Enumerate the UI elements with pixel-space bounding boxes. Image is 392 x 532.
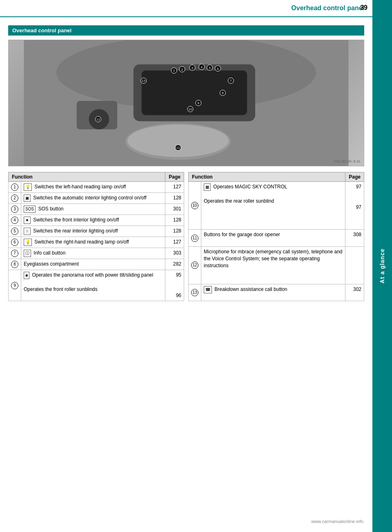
row-num: 4 (9, 215, 21, 226)
row-page: 303 (165, 248, 184, 259)
header-title: Overhead control panel (291, 4, 364, 12)
left-table-function-header: Function (9, 172, 165, 182)
left-table: Function Page 1 💡 Switches the left-hand… (8, 172, 184, 301)
table-row: 5 ☆ Switches the rear interior lighting … (9, 226, 184, 237)
row-page: 302 (345, 284, 364, 301)
table-row: 2 ▣ Switches the automatic interior ligh… (9, 193, 184, 204)
row-num: 8 (9, 259, 21, 270)
right-table-function-header: Function (189, 172, 345, 182)
row-function: ★ Switches the front interior lighting o… (21, 215, 165, 226)
row-num: 6 (9, 237, 21, 248)
row-page (345, 247, 364, 284)
header-bar: Overhead control panel (0, 0, 372, 17)
table-row: 13 ☎ Breakdown assistance call button 30… (189, 284, 364, 301)
svg-text:5: 5 (209, 66, 211, 70)
main-content: Overhead control panel (0, 17, 372, 309)
table-row: 3 SOS SOS button 301 (9, 204, 184, 215)
left-table-page-header: Page (165, 172, 184, 182)
row-function: ☆ Switches the rear interior lighting on… (21, 226, 165, 237)
sidebar-label: At a glance (379, 248, 385, 284)
diagram-image: 1 2 3 4 5 6 7 8 9 10 11 (9, 40, 364, 166)
svg-text:12: 12 (96, 118, 100, 121)
tables-wrapper: Function Page 1 💡 Switches the left-hand… (8, 172, 364, 301)
table-row: 9 ■ Operates the panorama roof with powe… (9, 270, 184, 301)
row-function: ☎ Breakdown assistance call button (201, 284, 345, 301)
table-row: 1 💡 Switches the left-hand reading lamp … (9, 182, 184, 193)
svg-text:3: 3 (192, 66, 194, 70)
row-function: ■ Operates the panorama roof with power … (21, 270, 165, 301)
svg-rect-3 (142, 71, 247, 115)
row-page: 128 (165, 193, 184, 204)
diagram-container: 1 2 3 4 5 6 7 8 9 10 11 (8, 40, 364, 166)
row-function: Eyeglasses compartment (21, 259, 165, 270)
table-row: 4 ★ Switches the front interior lighting… (9, 215, 184, 226)
sos-icon: SOS (24, 206, 36, 213)
row-num: 11 (189, 230, 201, 247)
table-row: 12 Microphone for mbrace (emergency call… (189, 247, 364, 284)
row-function: ⓘ Info call button (21, 248, 165, 259)
section-heading: Overhead control panel (8, 25, 364, 36)
row-page: 9596 (165, 270, 184, 301)
info-call-icon: ⓘ (24, 250, 31, 257)
table-row: 10 ▦ Operates MAGIC SKY CONTROL Operates… (189, 182, 364, 230)
row-page: 9797 (345, 182, 364, 230)
row-page: 308 (345, 230, 364, 247)
row-function: 💡 Switches the left-hand reading lamp on… (21, 182, 165, 193)
row-num: 13 (189, 284, 201, 301)
table-row: 6 💡 Switches the right-hand reading lamp… (9, 237, 184, 248)
right-table: Function Page 10 ▦ Operates MAGIC SKY CO… (188, 172, 364, 301)
right-table-page-header: Page (345, 172, 364, 182)
svg-point-5 (127, 125, 229, 157)
row-function: ▣ Switches the automatic interior lighti… (21, 193, 165, 204)
front-interior-icon: ★ (24, 217, 31, 224)
rear-interior-icon: ☆ (24, 228, 31, 235)
lamp-right-icon: 💡 (24, 239, 32, 246)
panorama-icon: ■ (24, 272, 29, 279)
breakdown-icon: ☎ (204, 286, 212, 293)
svg-text:7: 7 (230, 79, 232, 83)
svg-text:2: 2 (181, 68, 183, 72)
row-function: Buttons for the garage door opener (201, 230, 345, 247)
row-function: Microphone for mbrace (emergency call sy… (201, 247, 345, 284)
row-page: 128 (165, 215, 184, 226)
page-number: 39 (360, 4, 368, 11)
footer-url: www.carmanualonline.info (311, 519, 363, 524)
lamp-left-icon: 💡 (24, 183, 32, 191)
table-row: 11 Buttons for the garage door opener 30… (189, 230, 364, 247)
row-num: 5 (9, 226, 21, 237)
row-function: SOS SOS button (21, 204, 165, 215)
row-page: 301 (165, 204, 184, 215)
row-function: 💡 Switches the right-hand reading lamp o… (21, 237, 165, 248)
row-num: 10 (189, 182, 201, 230)
diagram-watermark: P82.00-29‹ 9-31 (334, 159, 361, 163)
row-num: 7 (9, 248, 21, 259)
table-row: 8 Eyeglasses compartment 282 (9, 259, 184, 270)
row-num: 9 (9, 270, 21, 301)
row-page: 128 (165, 226, 184, 237)
row-num: 3 (9, 204, 21, 215)
row-num: 1 (9, 182, 21, 193)
svg-text:10: 10 (189, 107, 192, 111)
row-num: 12 (189, 247, 201, 284)
row-num: 2 (9, 193, 21, 204)
row-page: 127 (165, 237, 184, 248)
row-page: 282 (165, 259, 184, 270)
magic-sky-icon: ▦ (204, 183, 211, 191)
svg-text:8: 8 (222, 91, 224, 95)
svg-text:4: 4 (201, 65, 203, 69)
svg-text:1: 1 (173, 69, 175, 72)
table-row: 7 ⓘ Info call button 303 (9, 248, 184, 259)
sidebar: At a glance (372, 0, 392, 532)
interior-light-icon: ▣ (24, 194, 31, 202)
svg-text:13: 13 (142, 79, 145, 83)
svg-text:11: 11 (176, 146, 180, 150)
svg-text:9: 9 (198, 101, 200, 105)
svg-text:6: 6 (217, 67, 219, 71)
row-page: 127 (165, 182, 184, 193)
row-function: ▦ Operates MAGIC SKY CONTROL Operates th… (201, 182, 345, 230)
